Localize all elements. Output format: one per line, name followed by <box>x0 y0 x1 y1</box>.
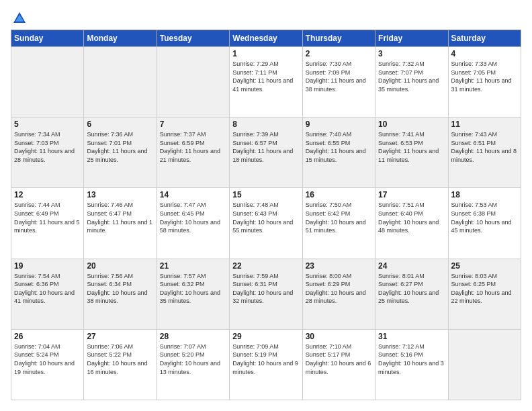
day-info: Sunrise: 7:30 AM Sunset: 7:09 PM Dayligh… <box>306 60 372 93</box>
calendar-cell: 8Sunrise: 7:39 AM Sunset: 6:57 PM Daylig… <box>230 118 302 188</box>
calendar-week-row: 5Sunrise: 7:34 AM Sunset: 7:03 PM Daylig… <box>11 118 521 188</box>
calendar-week-row: 19Sunrise: 7:54 AM Sunset: 6:36 PM Dayli… <box>11 259 521 329</box>
day-info: Sunrise: 8:01 AM Sunset: 6:27 PM Dayligh… <box>378 272 445 306</box>
day-info: Sunrise: 7:06 AM Sunset: 5:22 PM Dayligh… <box>87 342 153 376</box>
calendar-cell: 4Sunrise: 7:33 AM Sunset: 7:05 PM Daylig… <box>448 47 521 118</box>
calendar-cell <box>448 329 521 400</box>
day-number: 2 <box>306 49 372 58</box>
day-number: 4 <box>451 49 518 58</box>
day-info: Sunrise: 7:54 AM Sunset: 6:36 PM Dayligh… <box>14 272 81 306</box>
day-number: 24 <box>378 261 445 271</box>
calendar-cell: 2Sunrise: 7:30 AM Sunset: 7:09 PM Daylig… <box>302 47 375 118</box>
day-number: 29 <box>232 332 299 341</box>
day-number: 15 <box>232 190 299 199</box>
day-info: Sunrise: 7:29 AM Sunset: 7:11 PM Dayligh… <box>232 60 299 93</box>
calendar-cell: 9Sunrise: 7:40 AM Sunset: 6:55 PM Daylig… <box>302 118 375 188</box>
day-number: 26 <box>14 332 81 341</box>
calendar-cell: 5Sunrise: 7:34 AM Sunset: 7:03 PM Daylig… <box>11 118 84 188</box>
day-info: Sunrise: 7:50 AM Sunset: 6:42 PM Dayligh… <box>306 201 372 234</box>
calendar-cell: 20Sunrise: 7:56 AM Sunset: 6:34 PM Dayli… <box>84 259 157 329</box>
calendar-cell: 28Sunrise: 7:07 AM Sunset: 5:20 PM Dayli… <box>157 329 229 400</box>
day-number: 16 <box>306 190 372 199</box>
day-info: Sunrise: 8:03 AM Sunset: 6:25 PM Dayligh… <box>451 272 518 306</box>
calendar-header-row: SundayMondayTuesdayWednesdayThursdayFrid… <box>11 30 521 47</box>
calendar-cell: 15Sunrise: 7:48 AM Sunset: 6:43 PM Dayli… <box>230 188 302 259</box>
calendar-cell: 10Sunrise: 7:41 AM Sunset: 6:53 PM Dayli… <box>375 118 448 188</box>
calendar: SundayMondayTuesdayWednesdayThursdayFrid… <box>11 30 521 400</box>
day-info: Sunrise: 7:12 AM Sunset: 5:16 PM Dayligh… <box>378 342 445 376</box>
calendar-cell: 14Sunrise: 7:47 AM Sunset: 6:45 PM Dayli… <box>157 188 229 259</box>
day-number: 28 <box>160 332 226 341</box>
day-number: 9 <box>306 120 372 129</box>
weekday-header: Sunday <box>11 30 84 47</box>
day-number: 7 <box>160 120 226 129</box>
day-info: Sunrise: 7:07 AM Sunset: 5:20 PM Dayligh… <box>160 342 226 376</box>
day-info: Sunrise: 7:56 AM Sunset: 6:34 PM Dayligh… <box>87 272 153 306</box>
day-info: Sunrise: 7:40 AM Sunset: 6:55 PM Dayligh… <box>306 130 372 164</box>
day-number: 1 <box>232 49 299 58</box>
day-info: Sunrise: 7:33 AM Sunset: 7:05 PM Dayligh… <box>451 60 518 93</box>
logo <box>11 11 27 23</box>
calendar-cell: 23Sunrise: 8:00 AM Sunset: 6:29 PM Dayli… <box>302 259 375 329</box>
logo-icon <box>12 11 27 26</box>
weekday-header: Tuesday <box>157 30 229 47</box>
day-info: Sunrise: 7:53 AM Sunset: 6:38 PM Dayligh… <box>451 201 518 234</box>
calendar-cell: 26Sunrise: 7:04 AM Sunset: 5:24 PM Dayli… <box>11 329 84 400</box>
weekday-header: Friday <box>375 30 448 47</box>
calendar-week-row: 1Sunrise: 7:29 AM Sunset: 7:11 PM Daylig… <box>11 47 521 118</box>
calendar-cell <box>84 47 157 118</box>
weekday-header: Thursday <box>302 30 375 47</box>
calendar-cell <box>157 47 229 118</box>
day-number: 10 <box>378 120 445 129</box>
calendar-cell: 12Sunrise: 7:44 AM Sunset: 6:49 PM Dayli… <box>11 188 84 259</box>
day-info: Sunrise: 7:44 AM Sunset: 6:49 PM Dayligh… <box>14 201 81 234</box>
calendar-cell <box>11 47 84 118</box>
day-info: Sunrise: 7:46 AM Sunset: 6:47 PM Dayligh… <box>87 201 153 234</box>
calendar-cell: 7Sunrise: 7:37 AM Sunset: 6:59 PM Daylig… <box>157 118 229 188</box>
calendar-cell: 19Sunrise: 7:54 AM Sunset: 6:36 PM Dayli… <box>11 259 84 329</box>
day-number: 25 <box>451 261 518 271</box>
day-info: Sunrise: 7:57 AM Sunset: 6:32 PM Dayligh… <box>160 272 226 306</box>
day-number: 14 <box>160 190 226 199</box>
day-number: 12 <box>14 190 81 199</box>
day-info: Sunrise: 7:36 AM Sunset: 7:01 PM Dayligh… <box>87 130 153 164</box>
weekday-header: Saturday <box>448 30 521 47</box>
day-info: Sunrise: 7:04 AM Sunset: 5:24 PM Dayligh… <box>14 342 81 376</box>
day-number: 11 <box>451 120 518 129</box>
calendar-cell: 1Sunrise: 7:29 AM Sunset: 7:11 PM Daylig… <box>230 47 302 118</box>
calendar-cell: 30Sunrise: 7:10 AM Sunset: 5:17 PM Dayli… <box>302 329 375 400</box>
day-info: Sunrise: 8:00 AM Sunset: 6:29 PM Dayligh… <box>306 272 372 306</box>
day-number: 20 <box>87 261 153 271</box>
calendar-cell: 16Sunrise: 7:50 AM Sunset: 6:42 PM Dayli… <box>302 188 375 259</box>
day-number: 6 <box>87 120 153 129</box>
day-info: Sunrise: 7:39 AM Sunset: 6:57 PM Dayligh… <box>232 130 299 164</box>
day-number: 30 <box>306 332 372 341</box>
calendar-cell: 31Sunrise: 7:12 AM Sunset: 5:16 PM Dayli… <box>375 329 448 400</box>
calendar-cell: 13Sunrise: 7:46 AM Sunset: 6:47 PM Dayli… <box>84 188 157 259</box>
day-info: Sunrise: 7:59 AM Sunset: 6:31 PM Dayligh… <box>232 272 299 306</box>
day-number: 21 <box>160 261 226 271</box>
calendar-week-row: 26Sunrise: 7:04 AM Sunset: 5:24 PM Dayli… <box>11 329 521 400</box>
calendar-cell: 29Sunrise: 7:09 AM Sunset: 5:19 PM Dayli… <box>230 329 302 400</box>
day-number: 3 <box>378 49 445 58</box>
calendar-cell: 6Sunrise: 7:36 AM Sunset: 7:01 PM Daylig… <box>84 118 157 188</box>
day-number: 5 <box>14 120 81 129</box>
day-info: Sunrise: 7:37 AM Sunset: 6:59 PM Dayligh… <box>160 130 226 164</box>
day-info: Sunrise: 7:41 AM Sunset: 6:53 PM Dayligh… <box>378 130 445 164</box>
calendar-cell: 24Sunrise: 8:01 AM Sunset: 6:27 PM Dayli… <box>375 259 448 329</box>
day-number: 19 <box>14 261 81 271</box>
weekday-header: Monday <box>84 30 157 47</box>
calendar-cell: 25Sunrise: 8:03 AM Sunset: 6:25 PM Dayli… <box>448 259 521 329</box>
day-number: 17 <box>378 190 445 199</box>
day-number: 31 <box>378 332 445 341</box>
calendar-cell: 17Sunrise: 7:51 AM Sunset: 6:40 PM Dayli… <box>375 188 448 259</box>
day-number: 23 <box>306 261 372 271</box>
day-number: 22 <box>232 261 299 271</box>
day-info: Sunrise: 7:48 AM Sunset: 6:43 PM Dayligh… <box>232 201 299 234</box>
calendar-week-row: 12Sunrise: 7:44 AM Sunset: 6:49 PM Dayli… <box>11 188 521 259</box>
day-info: Sunrise: 7:43 AM Sunset: 6:51 PM Dayligh… <box>451 130 518 164</box>
calendar-cell: 11Sunrise: 7:43 AM Sunset: 6:51 PM Dayli… <box>448 118 521 188</box>
weekday-header: Wednesday <box>230 30 302 47</box>
day-info: Sunrise: 7:10 AM Sunset: 5:17 PM Dayligh… <box>306 342 372 376</box>
calendar-cell: 18Sunrise: 7:53 AM Sunset: 6:38 PM Dayli… <box>448 188 521 259</box>
